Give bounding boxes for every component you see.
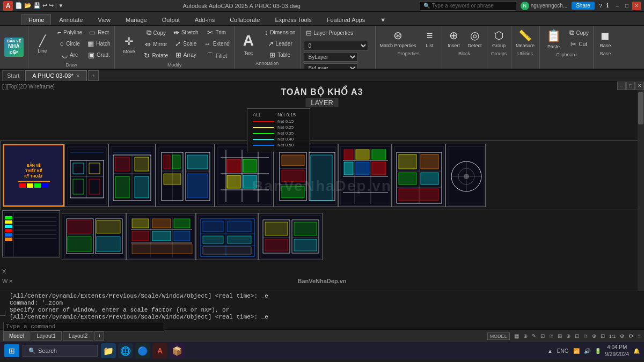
layer-dropdown[interactable]: 0 [304,41,368,50]
start-button[interactable]: ⊞ [4,344,19,357]
sel-icon[interactable]: ⊡ [601,333,605,339]
new-tab-button[interactable]: + [88,70,99,81]
help-icon[interactable]: ? [599,3,602,9]
match-properties-button[interactable]: ⊛ Match Properties [378,27,419,50]
tab-more[interactable]: ▼ [373,14,393,25]
dynin-icon[interactable]: ⊕ [566,333,570,339]
model-indicator[interactable]: MODEL [487,333,510,340]
taskbar-file-explorer[interactable]: 📁 [101,343,116,358]
vertical-scrollbar[interactable] [638,82,644,291]
taskbar-chrome[interactable]: 🔵 [135,343,150,358]
redo-icon[interactable]: ↪ [49,2,54,9]
tab-annotate[interactable]: Annotate [52,14,90,25]
tab-collaborate[interactable]: Collaborate [223,14,267,25]
close-button[interactable]: ✕ [632,2,641,10]
measure-button[interactable]: 📏 Measure [514,27,537,50]
paste-button[interactable]: 📋 Paste [542,27,566,51]
layout2-tab[interactable]: Layout2 [63,331,94,341]
share-button[interactable]: Share [572,2,595,10]
scale-button[interactable]: ⤢ Scale [171,39,201,49]
polyline-button[interactable]: ⌐ Polyline [55,27,85,38]
save-icon[interactable]: 💾 [33,2,41,9]
undo-icon[interactable]: ↩ [42,2,47,9]
taskbar-up-arrow[interactable]: ▲ [547,348,553,354]
scale-indicator[interactable]: 1:1 [609,334,616,339]
arc-button[interactable]: ◡ Arc [55,50,85,60]
taskbar-battery-icon[interactable]: 🔋 [595,348,601,354]
taskbar-notification-icon[interactable]: 🔔 [633,348,640,354]
osnap-icon[interactable]: ≋ [549,333,553,339]
clipboard-copy-button[interactable]: ⧉ Copy [567,27,591,38]
taskbar-wifi-icon[interactable]: 📶 [573,348,580,354]
stretch-button[interactable]: ⇹ Stretch [171,27,201,38]
status-menu-icon[interactable]: ≡ [638,333,641,339]
close-axis-icon[interactable]: ✕ [9,278,13,284]
add-layout-button[interactable]: + [94,331,104,341]
otrack-icon[interactable]: ⊞ [558,333,562,339]
hatch-button[interactable]: ▦ Hatch [85,39,112,49]
tab-manage[interactable]: Manage [119,14,154,25]
open-file-icon[interactable]: 📂 [24,2,32,9]
taskbar-winrar[interactable]: 📦 [170,343,185,358]
doc-tab-home[interactable]: Start [2,70,24,81]
fillet-button[interactable]: ⌒ Fillet [202,50,232,62]
cmdline-grip[interactable] [0,311,5,316]
ortho-icon[interactable]: ✎ [532,333,536,339]
move-button[interactable]: ✛ Move [117,27,141,62]
insert-button[interactable]: ⊕ Insert [444,27,464,50]
vscroll-thumb[interactable] [638,92,643,124]
autocad-icon[interactable]: A [3,1,13,11]
viewport-restore-btn[interactable]: □ [626,82,635,90]
viewport-minimize-btn[interactable]: – [617,82,626,90]
dimension-button[interactable]: ↕ Dimension [262,27,298,38]
tab-featured[interactable]: Featured Apps [320,14,372,25]
command-input[interactable] [3,322,164,331]
ws-icon[interactable]: ⊕ [620,333,624,339]
maximize-button[interactable]: □ [623,2,631,10]
settings-icon[interactable]: ⚙ [628,333,633,339]
model-tab[interactable]: Model [3,331,30,341]
leader-button[interactable]: ↗ Leader [262,39,298,49]
trans-icon[interactable]: ≋ [583,333,588,339]
qp-icon[interactable]: ⊕ [592,333,596,339]
tab-addins[interactable]: Add-ins [188,14,222,25]
doc-tab-aphuc[interactable]: A PHUC 03-03* ✕ [25,70,86,81]
tab-home[interactable]: Home [21,14,51,25]
layer-properties-button[interactable]: ⊟ Layer Properties [304,28,355,38]
search-box[interactable]: 🔍 Type a keyword or phrase [420,1,516,11]
rotate-button[interactable]: ↻ Rotate [142,50,170,61]
taskbar-search[interactable]: 🔍 Search [23,345,98,357]
grid-icon[interactable]: ▦ [514,333,519,339]
tab-express[interactable]: Express Tools [268,14,318,25]
list-properties-button[interactable]: ≡ List [420,27,440,50]
extend-button[interactable]: ↔ Extend [202,39,232,49]
taskbar-clock[interactable]: 4:04 PM 9/29/2024 [605,344,630,358]
copy-button[interactable]: ⧉ Copy [142,27,170,38]
base-button[interactable]: ◼ Base [596,27,615,50]
viewport[interactable]: [-][Top][2D Wireframe] – □ ✕ BanVeNhaDep… [0,82,644,291]
minimize-button[interactable]: – [613,2,621,10]
qa-dropdown[interactable]: ▼ [58,3,64,9]
snap-icon[interactable]: ⊕ [523,333,528,339]
layout1-tab[interactable]: Layout1 [31,331,62,341]
rect-button[interactable]: ▭ Rect [85,27,112,38]
new-file-icon[interactable]: 📄 [15,2,23,9]
line-button[interactable]: ╱ Line [31,27,54,60]
tab-output[interactable]: Output [155,14,187,25]
user-menu[interactable]: N nguyenngoch... [521,2,567,10]
mirror-button[interactable]: ⇔ Mirror [142,39,170,49]
taskbar-volume-icon[interactable]: 🔊 [584,348,590,354]
cut-button[interactable]: ✂ Cut [567,39,591,49]
group-button[interactable]: ⬡ Group [489,27,509,50]
gradient-button[interactable]: ▣ Grad. [85,50,112,60]
color-dropdown[interactable]: ByLayer [304,52,357,62]
viewport-close-btn[interactable]: ✕ [635,82,644,90]
trim-button[interactable]: ✂ Trim [202,27,232,38]
taskbar-edge[interactable]: 🌐 [118,343,133,358]
array-button[interactable]: ⊞ Array [171,50,201,60]
lineweight-icon[interactable]: ⊡ [575,333,579,339]
doc-tab-close-icon[interactable]: ✕ [76,73,80,79]
tab-view[interactable]: View [91,14,118,25]
taskbar-lang[interactable]: ENG [557,348,569,354]
polar-icon[interactable]: ⊡ [540,333,545,339]
